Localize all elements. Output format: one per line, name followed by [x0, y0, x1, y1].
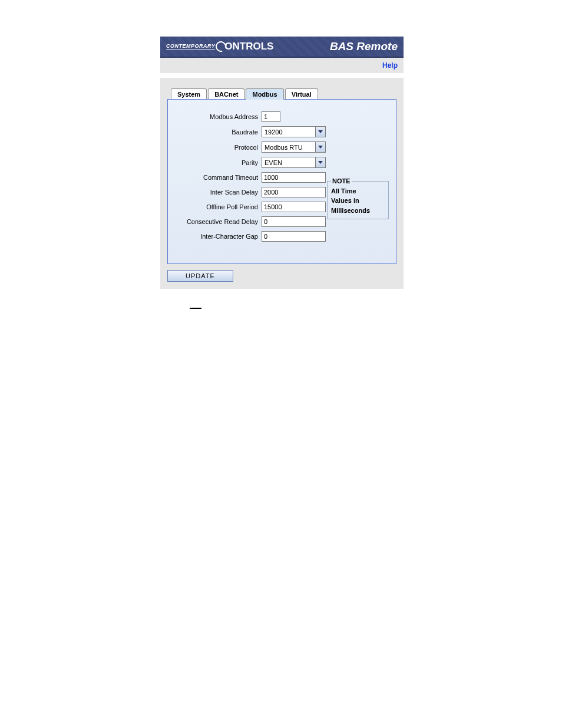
logo-text-contemporary: CONTEMPORARY [166, 43, 215, 50]
label-offline-poll-period: Offline Poll Period [176, 203, 262, 210]
label-command-timeout: Command Timeout [176, 174, 262, 181]
tab-bar: System BACnet Modbus Virtual [171, 88, 396, 100]
label-modbus-address: Modbus Address [176, 113, 262, 120]
command-timeout-input[interactable] [262, 172, 326, 183]
logo-text-controls: ONTROLS [224, 41, 273, 52]
protocol-value: Modbus RTU [262, 142, 315, 152]
row-protocol: Protocol Modbus RTU [176, 141, 388, 153]
row-baudrate: Baudrate 19200 [176, 126, 388, 137]
row-inter-character-gap: Inter-Character Gap [176, 231, 388, 242]
label-inter-scan-delay: Inter Scan Delay [176, 189, 262, 196]
note-legend: NOTE [331, 176, 352, 186]
inter-character-gap-input[interactable] [262, 231, 326, 242]
page-title: BAS Remote [330, 40, 398, 53]
main-panel: System BACnet Modbus Virtual Modbus Addr… [160, 78, 404, 289]
footer-dash [190, 308, 201, 309]
offline-poll-period-input[interactable] [262, 202, 326, 212]
note-box: NOTE All Time Values in Milliseconds [327, 176, 389, 219]
parity-select[interactable]: EVEN [262, 157, 326, 168]
note-line3: Milliseconds [331, 206, 385, 216]
protocol-select[interactable]: Modbus RTU [262, 141, 326, 153]
help-bar: Help [160, 58, 404, 73]
tab-system[interactable]: System [171, 88, 207, 100]
label-consecutive-read-delay: Consecutive Read Delay [176, 218, 262, 225]
parity-value: EVEN [262, 157, 315, 167]
modbus-address-input[interactable] [262, 111, 280, 122]
logo: CONTEMPORARY ONTROLS [166, 41, 273, 52]
inter-scan-delay-input[interactable] [262, 187, 326, 197]
header-bar: CONTEMPORARY ONTROLS BAS Remote [160, 37, 404, 58]
chevron-down-icon [315, 127, 325, 137]
tab-bacnet[interactable]: BACnet [208, 88, 244, 100]
app-window: CONTEMPORARY ONTROLS BAS Remote Help Sys… [160, 37, 404, 309]
chevron-down-icon [315, 157, 325, 167]
row-modbus-address: Modbus Address [176, 111, 388, 122]
note-line1: All Time [331, 186, 385, 196]
note-line2: Values in [331, 196, 385, 206]
label-baudrate: Baudrate [176, 129, 262, 136]
tab-modbus[interactable]: Modbus [246, 88, 283, 100]
update-button[interactable]: UPDATE [167, 270, 233, 282]
tab-virtual[interactable]: Virtual [285, 88, 318, 100]
label-protocol: Protocol [176, 144, 262, 151]
help-link[interactable]: Help [382, 61, 398, 70]
form-panel: Modbus Address Baudrate 19200 Protocol M… [167, 99, 396, 264]
row-parity: Parity EVEN [176, 157, 388, 168]
baudrate-value: 19200 [262, 127, 315, 137]
baudrate-select[interactable]: 19200 [262, 126, 326, 137]
chevron-down-icon [315, 142, 325, 152]
consecutive-read-delay-input[interactable] [262, 216, 326, 227]
label-inter-character-gap: Inter-Character Gap [176, 233, 262, 240]
label-parity: Parity [176, 159, 262, 166]
